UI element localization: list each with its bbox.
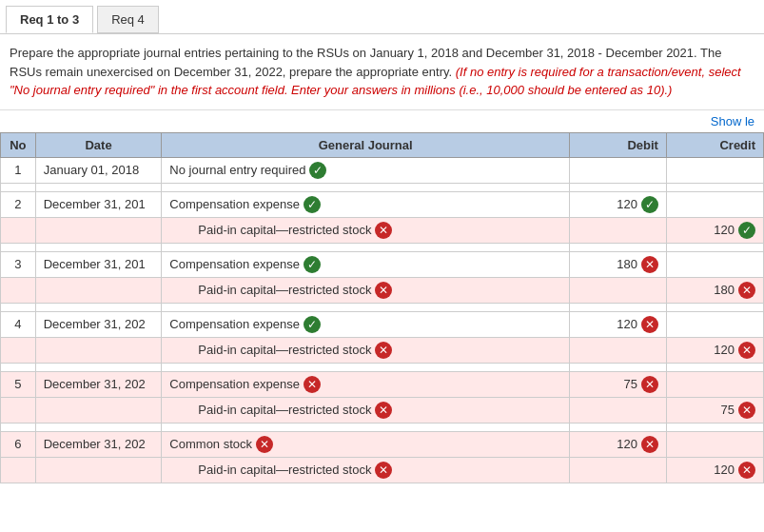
x-icon: ✕ xyxy=(641,256,658,273)
row-credit[interactable] xyxy=(666,431,763,457)
row-credit[interactable]: 180✕ xyxy=(666,277,763,303)
col-header-debit: Debit xyxy=(569,132,666,157)
table-row: Paid-in capital—restricted stock✕75✕ xyxy=(1,397,764,423)
journal-text: Paid-in capital—restricted stock xyxy=(169,343,371,357)
row-debit[interactable] xyxy=(569,337,666,363)
row-number xyxy=(1,337,36,363)
table-row: 5December 31, 202Compensation expense✕75… xyxy=(1,371,764,397)
x-icon: ✕ xyxy=(375,462,392,479)
journal-text: Compensation expense xyxy=(169,317,300,331)
x-icon: ✕ xyxy=(375,282,392,299)
x-icon: ✕ xyxy=(641,436,658,453)
row-journal[interactable]: Paid-in capital—restricted stock✕ xyxy=(162,277,570,303)
col-header-date: Date xyxy=(35,132,162,157)
journal-text: Paid-in capital—restricted stock xyxy=(169,283,371,297)
row-debit[interactable]: 120✕ xyxy=(569,311,666,337)
row-number: 3 xyxy=(1,251,36,277)
row-credit[interactable]: 120✕ xyxy=(666,337,763,363)
journal-text: Common stock xyxy=(169,437,252,451)
row-credit[interactable]: 120✓ xyxy=(666,217,763,243)
row-journal[interactable]: Common stock✕ xyxy=(162,431,570,457)
row-debit[interactable]: 120✕ xyxy=(569,431,666,457)
row-number xyxy=(1,277,36,303)
row-credit[interactable] xyxy=(666,157,763,183)
debit-value: 120 xyxy=(617,197,637,211)
row-date: December 31, 202 xyxy=(35,311,162,337)
row-credit[interactable] xyxy=(666,371,763,397)
journal-text: No journal entry required xyxy=(169,163,305,177)
row-debit[interactable] xyxy=(569,217,666,243)
x-icon: ✕ xyxy=(738,282,755,299)
row-journal[interactable]: Paid-in capital—restricted stock✕ xyxy=(162,337,570,363)
table-row: Paid-in capital—restricted stock✕120✕ xyxy=(1,457,764,483)
row-date: December 31, 201 xyxy=(35,191,162,217)
credit-value: 75 xyxy=(721,403,735,417)
journal-text: Paid-in capital—restricted stock xyxy=(169,463,371,477)
row-debit[interactable] xyxy=(569,397,666,423)
row-journal[interactable]: Paid-in capital—restricted stock✕ xyxy=(162,457,570,483)
table-row: 6December 31, 202Common stock✕120✕ xyxy=(1,431,764,457)
check-icon: ✓ xyxy=(304,196,321,213)
row-date xyxy=(35,337,162,363)
row-journal[interactable]: Compensation expense✕ xyxy=(162,371,570,397)
debit-value: 180 xyxy=(617,257,637,271)
x-icon: ✕ xyxy=(375,222,392,239)
journal-text: Paid-in capital—restricted stock xyxy=(169,223,371,237)
row-journal[interactable]: No journal entry required✓ xyxy=(162,157,570,183)
row-date xyxy=(35,217,162,243)
tab-req-4[interactable]: Req 4 xyxy=(97,6,159,33)
x-icon: ✕ xyxy=(375,402,392,419)
spacer-row xyxy=(1,423,764,431)
row-journal[interactable]: Paid-in capital—restricted stock✕ xyxy=(162,217,570,243)
col-header-credit: Credit xyxy=(666,132,763,157)
row-credit[interactable] xyxy=(666,251,763,277)
row-credit[interactable]: 120✕ xyxy=(666,457,763,483)
tab-req-1-3[interactable]: Req 1 to 3 xyxy=(6,6,93,33)
row-number: 2 xyxy=(1,191,36,217)
journal-text: Compensation expense xyxy=(169,257,300,271)
check-icon: ✓ xyxy=(309,162,326,179)
col-header-journal: General Journal xyxy=(162,132,570,157)
row-journal[interactable]: Compensation expense✓ xyxy=(162,311,570,337)
x-icon: ✕ xyxy=(738,462,755,479)
row-date xyxy=(35,277,162,303)
row-date xyxy=(35,457,162,483)
row-debit[interactable] xyxy=(569,457,666,483)
spacer-row xyxy=(1,303,764,311)
row-debit[interactable]: 75✕ xyxy=(569,371,666,397)
spacer-row xyxy=(1,363,764,371)
credit-value: 120 xyxy=(714,343,735,357)
journal-text: Compensation expense xyxy=(169,377,300,391)
row-number: 1 xyxy=(1,157,36,183)
check-icon: ✓ xyxy=(641,196,658,213)
row-debit[interactable]: 120✓ xyxy=(569,191,666,217)
row-credit[interactable] xyxy=(666,311,763,337)
x-icon: ✕ xyxy=(738,402,755,419)
table-row: 4December 31, 202Compensation expense✓12… xyxy=(1,311,764,337)
journal-text: Compensation expense xyxy=(169,197,300,211)
col-header-no: No xyxy=(1,132,36,157)
x-icon: ✕ xyxy=(738,342,755,359)
row-debit[interactable]: 180✕ xyxy=(569,251,666,277)
row-date: December 31, 202 xyxy=(35,431,162,457)
row-debit[interactable] xyxy=(569,277,666,303)
row-credit[interactable] xyxy=(666,191,763,217)
row-journal[interactable]: Paid-in capital—restricted stock✕ xyxy=(162,397,570,423)
x-icon: ✕ xyxy=(375,342,392,359)
show-le-link[interactable]: Show le xyxy=(0,110,764,132)
check-icon: ✓ xyxy=(304,316,321,333)
journal-text: Paid-in capital—restricted stock xyxy=(169,403,371,417)
row-journal[interactable]: Compensation expense✓ xyxy=(162,251,570,277)
row-date: January 01, 2018 xyxy=(35,157,162,183)
row-number xyxy=(1,217,36,243)
debit-value: 120 xyxy=(617,317,637,331)
row-number xyxy=(1,397,36,423)
tabs-container: Req 1 to 3 Req 4 xyxy=(0,0,764,34)
row-debit[interactable] xyxy=(569,157,666,183)
check-icon: ✓ xyxy=(738,222,755,239)
debit-value: 120 xyxy=(617,437,637,451)
table-row: 1January 01, 2018No journal entry requir… xyxy=(1,157,764,183)
instructions-highlight: (If no entry is required for a transacti… xyxy=(10,65,741,98)
row-journal[interactable]: Compensation expense✓ xyxy=(162,191,570,217)
row-credit[interactable]: 75✕ xyxy=(666,397,763,423)
